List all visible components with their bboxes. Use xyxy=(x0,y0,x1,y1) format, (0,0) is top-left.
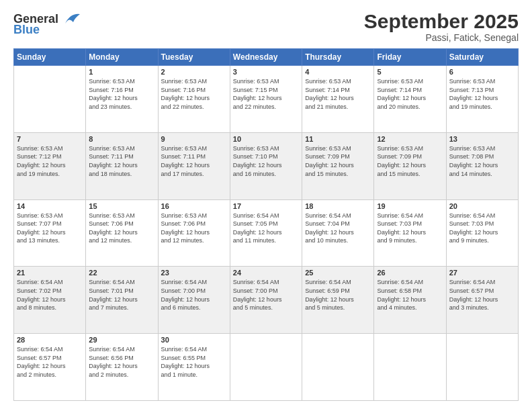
cell-date-number: 11 xyxy=(305,135,371,143)
table-row: 8Sunrise: 6:53 AMSunset: 7:11 PMDaylight… xyxy=(86,132,158,199)
calendar-week-row: 14Sunrise: 6:53 AMSunset: 7:07 PMDayligh… xyxy=(14,199,519,267)
table-row xyxy=(374,334,446,401)
col-tuesday: Tuesday xyxy=(158,49,230,66)
cell-date-number: 15 xyxy=(89,202,154,210)
cell-info-text: Sunrise: 6:53 AMSunset: 7:15 PMDaylight:… xyxy=(233,77,299,111)
calendar-week-row: 21Sunrise: 6:54 AMSunset: 7:02 PMDayligh… xyxy=(14,267,519,334)
cell-info-text: Sunrise: 6:53 AMSunset: 7:09 PMDaylight:… xyxy=(377,144,443,178)
cell-info-text: Sunrise: 6:54 AMSunset: 7:05 PMDaylight:… xyxy=(233,212,299,245)
cell-info-text: Sunrise: 6:54 AMSunset: 7:03 PMDaylight:… xyxy=(377,212,443,245)
cell-date-number: 26 xyxy=(377,269,443,277)
cell-date-number: 23 xyxy=(161,269,227,277)
cell-info-text: Sunrise: 6:54 AMSunset: 6:57 PMDaylight:… xyxy=(449,278,515,312)
table-row: 12Sunrise: 6:53 AMSunset: 7:09 PMDayligh… xyxy=(374,132,446,199)
cell-date-number: 6 xyxy=(449,68,515,76)
table-row: 7Sunrise: 6:53 AMSunset: 7:12 PMDaylight… xyxy=(14,132,86,199)
cell-date-number: 28 xyxy=(17,336,83,344)
cell-date-number: 30 xyxy=(161,336,227,344)
page: General Blue September 2025 Passi, Fatic… xyxy=(0,0,532,411)
col-friday: Friday xyxy=(374,49,446,66)
cell-info-text: Sunrise: 6:54 AMSunset: 7:00 PMDaylight:… xyxy=(161,278,227,312)
calendar-table: Sunday Monday Tuesday Wednesday Thursday… xyxy=(13,48,519,401)
col-monday: Monday xyxy=(86,49,158,66)
table-row: 15Sunrise: 6:53 AMSunset: 7:06 PMDayligh… xyxy=(86,199,158,267)
cell-date-number: 1 xyxy=(89,68,154,76)
table-row: 25Sunrise: 6:54 AMSunset: 6:59 PMDayligh… xyxy=(302,267,374,334)
table-row: 14Sunrise: 6:53 AMSunset: 7:07 PMDayligh… xyxy=(14,199,86,267)
title-block: September 2025 Passi, Fatick, Senegal xyxy=(364,10,519,43)
logo-text-blue: Blue xyxy=(13,24,40,37)
cell-date-number: 19 xyxy=(377,202,443,210)
cell-date-number: 12 xyxy=(377,135,443,143)
cell-date-number: 27 xyxy=(449,269,515,277)
cell-info-text: Sunrise: 6:53 AMSunset: 7:13 PMDaylight:… xyxy=(449,77,515,111)
table-row xyxy=(446,334,518,401)
cell-date-number: 5 xyxy=(377,68,443,76)
cell-date-number: 24 xyxy=(233,269,299,277)
calendar-header-row: Sunday Monday Tuesday Wednesday Thursday… xyxy=(14,49,519,66)
table-row: 4Sunrise: 6:53 AMSunset: 7:14 PMDaylight… xyxy=(302,66,374,133)
cell-info-text: Sunrise: 6:53 AMSunset: 7:14 PMDaylight:… xyxy=(305,77,371,111)
cell-date-number: 29 xyxy=(89,336,154,344)
cell-info-text: Sunrise: 6:54 AMSunset: 7:00 PMDaylight:… xyxy=(233,278,299,312)
table-row: 21Sunrise: 6:54 AMSunset: 7:02 PMDayligh… xyxy=(14,267,86,334)
col-saturday: Saturday xyxy=(446,49,518,66)
cell-date-number: 9 xyxy=(161,135,227,143)
calendar-title: September 2025 xyxy=(364,10,519,32)
calendar-week-row: 28Sunrise: 6:54 AMSunset: 6:57 PMDayligh… xyxy=(14,334,519,401)
table-row: 13Sunrise: 6:53 AMSunset: 7:08 PMDayligh… xyxy=(446,132,518,199)
table-row: 9Sunrise: 6:53 AMSunset: 7:11 PMDaylight… xyxy=(158,132,230,199)
cell-date-number: 10 xyxy=(233,135,299,143)
table-row: 1Sunrise: 6:53 AMSunset: 7:16 PMDaylight… xyxy=(86,66,158,133)
table-row: 19Sunrise: 6:54 AMSunset: 7:03 PMDayligh… xyxy=(374,199,446,267)
cell-info-text: Sunrise: 6:53 AMSunset: 7:06 PMDaylight:… xyxy=(89,212,154,245)
cell-info-text: Sunrise: 6:53 AMSunset: 7:07 PMDaylight:… xyxy=(17,212,83,245)
cell-date-number: 13 xyxy=(449,135,515,143)
cell-info-text: Sunrise: 6:54 AMSunset: 6:59 PMDaylight:… xyxy=(305,278,371,312)
table-row: 6Sunrise: 6:53 AMSunset: 7:13 PMDaylight… xyxy=(446,66,518,133)
cell-date-number: 3 xyxy=(233,68,299,76)
cell-info-text: Sunrise: 6:54 AMSunset: 7:04 PMDaylight:… xyxy=(305,212,371,245)
cell-date-number: 7 xyxy=(17,135,83,143)
col-sunday: Sunday xyxy=(14,49,86,66)
table-row: 24Sunrise: 6:54 AMSunset: 7:00 PMDayligh… xyxy=(230,267,302,334)
cell-info-text: Sunrise: 6:53 AMSunset: 7:06 PMDaylight:… xyxy=(161,212,227,245)
cell-date-number: 22 xyxy=(89,269,154,277)
cell-info-text: Sunrise: 6:53 AMSunset: 7:11 PMDaylight:… xyxy=(161,144,227,178)
table-row: 10Sunrise: 6:53 AMSunset: 7:10 PMDayligh… xyxy=(230,132,302,199)
cell-info-text: Sunrise: 6:53 AMSunset: 7:11 PMDaylight:… xyxy=(89,144,154,178)
table-row: 5Sunrise: 6:53 AMSunset: 7:14 PMDaylight… xyxy=(374,66,446,133)
cell-info-text: Sunrise: 6:54 AMSunset: 6:58 PMDaylight:… xyxy=(377,278,443,312)
cell-info-text: Sunrise: 6:53 AMSunset: 7:12 PMDaylight:… xyxy=(17,144,83,178)
table-row: 27Sunrise: 6:54 AMSunset: 6:57 PMDayligh… xyxy=(446,267,518,334)
table-row: 2Sunrise: 6:53 AMSunset: 7:16 PMDaylight… xyxy=(158,66,230,133)
cell-info-text: Sunrise: 6:54 AMSunset: 7:03 PMDaylight:… xyxy=(449,212,515,245)
logo-bird-icon xyxy=(60,11,81,26)
cell-info-text: Sunrise: 6:54 AMSunset: 6:55 PMDaylight:… xyxy=(161,345,227,379)
table-row xyxy=(302,334,374,401)
cell-date-number: 16 xyxy=(161,202,227,210)
table-row: 30Sunrise: 6:54 AMSunset: 6:55 PMDayligh… xyxy=(158,334,230,401)
table-row: 17Sunrise: 6:54 AMSunset: 7:05 PMDayligh… xyxy=(230,199,302,267)
cell-date-number: 20 xyxy=(449,202,515,210)
cell-date-number: 21 xyxy=(17,269,83,277)
col-thursday: Thursday xyxy=(302,49,374,66)
cell-info-text: Sunrise: 6:54 AMSunset: 7:01 PMDaylight:… xyxy=(89,278,154,312)
cell-info-text: Sunrise: 6:53 AMSunset: 7:14 PMDaylight:… xyxy=(377,77,443,111)
table-row: 22Sunrise: 6:54 AMSunset: 7:01 PMDayligh… xyxy=(86,267,158,334)
table-row: 29Sunrise: 6:54 AMSunset: 6:56 PMDayligh… xyxy=(86,334,158,401)
table-row: 23Sunrise: 6:54 AMSunset: 7:00 PMDayligh… xyxy=(158,267,230,334)
col-wednesday: Wednesday xyxy=(230,49,302,66)
cell-info-text: Sunrise: 6:53 AMSunset: 7:09 PMDaylight:… xyxy=(305,144,371,178)
table-row xyxy=(230,334,302,401)
cell-date-number: 18 xyxy=(305,202,371,210)
cell-info-text: Sunrise: 6:54 AMSunset: 6:56 PMDaylight:… xyxy=(89,345,154,379)
table-row: 26Sunrise: 6:54 AMSunset: 6:58 PMDayligh… xyxy=(374,267,446,334)
calendar-subtitle: Passi, Fatick, Senegal xyxy=(364,32,519,43)
cell-date-number: 2 xyxy=(161,68,227,76)
cell-info-text: Sunrise: 6:53 AMSunset: 7:08 PMDaylight:… xyxy=(449,144,515,178)
table-row: 18Sunrise: 6:54 AMSunset: 7:04 PMDayligh… xyxy=(302,199,374,267)
calendar-week-row: 7Sunrise: 6:53 AMSunset: 7:12 PMDaylight… xyxy=(14,132,519,199)
cell-info-text: Sunrise: 6:53 AMSunset: 7:10 PMDaylight:… xyxy=(233,144,299,178)
table-row: 20Sunrise: 6:54 AMSunset: 7:03 PMDayligh… xyxy=(446,199,518,267)
